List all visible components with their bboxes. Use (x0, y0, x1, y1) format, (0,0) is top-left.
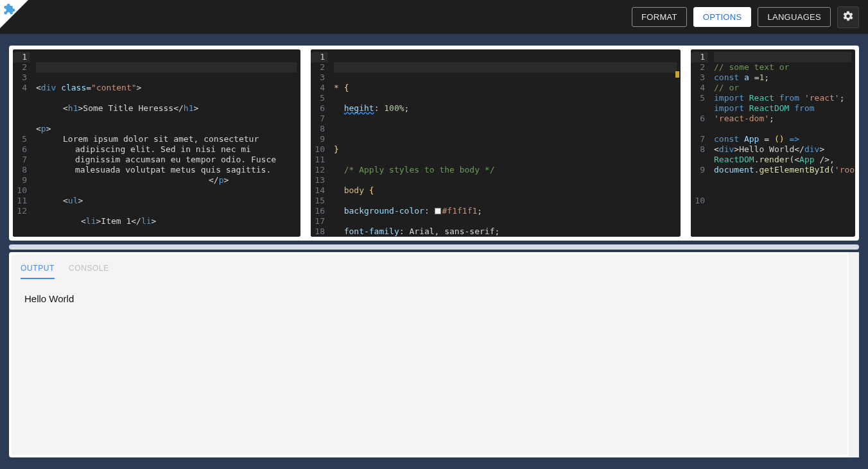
html-gutter: 1 2 3 4 5 6 7 8 9 10 11 12 (13, 49, 35, 237)
js-editor[interactable]: 1 2 3 4 5 6 7 8 9 10 // some text or con… (691, 49, 855, 237)
output-tabs: OUTPUT CONSOLE (12, 255, 847, 279)
settings-button[interactable] (837, 6, 859, 28)
output-body: Hello World (17, 283, 842, 450)
css-code[interactable]: * { hegiht: 100%; } /* Apply styles to t… (333, 49, 681, 237)
tab-console[interactable]: CONSOLE (69, 261, 109, 279)
editors-row: 1 2 3 4 5 6 7 8 9 10 11 12 <div class="c… (9, 46, 859, 241)
output-panel: OUTPUT CONSOLE Hello World (9, 252, 859, 457)
languages-button[interactable]: LANGUAGES (758, 7, 831, 27)
lint-marker (675, 71, 679, 78)
output-scrollbar[interactable] (849, 252, 859, 457)
css-editor[interactable]: 1 2 3 4 5 6 7 8 9 10 11 12 13 14 15 16 1… (311, 49, 681, 237)
output-text: Hello World (24, 293, 74, 304)
js-code[interactable]: // some text or const a =1; // or import… (713, 49, 855, 237)
html-editor[interactable]: 1 2 3 4 5 6 7 8 9 10 11 12 <div class="c… (13, 49, 300, 237)
format-button[interactable]: FORMAT (632, 7, 687, 27)
top-bar: FORMAT OPTIONS LANGUAGES (0, 0, 868, 34)
js-gutter: 1 2 3 4 5 6 7 8 9 10 (691, 49, 713, 237)
tab-output[interactable]: OUTPUT (21, 261, 55, 279)
work-area: 1 2 3 4 5 6 7 8 9 10 11 12 <div class="c… (0, 34, 868, 469)
css-gutter: 1 2 3 4 5 6 7 8 9 10 11 12 13 14 15 16 1… (311, 49, 333, 237)
gear-icon (842, 10, 854, 24)
horizontal-splitter[interactable] (9, 244, 859, 250)
html-code[interactable]: <div class="content"> <h1>Some Title Her… (35, 49, 300, 237)
options-button[interactable]: OPTIONS (693, 7, 752, 27)
